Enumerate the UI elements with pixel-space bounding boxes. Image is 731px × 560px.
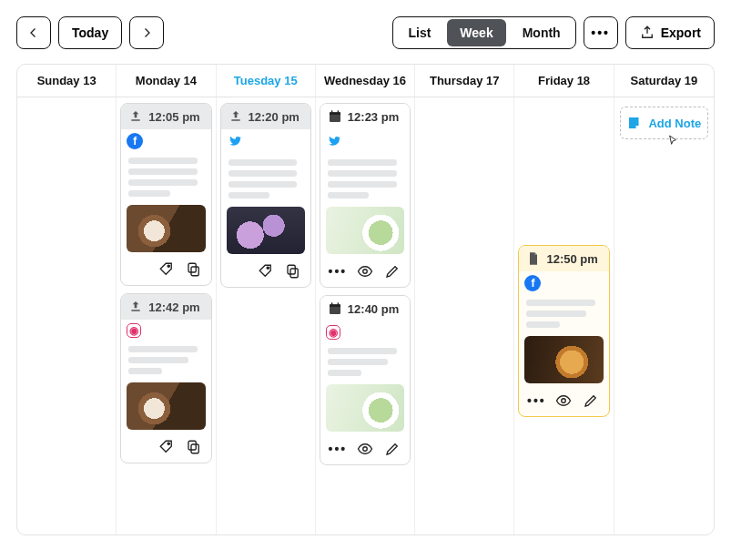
eye-icon[interactable] — [555, 392, 572, 409]
card-head: 12:20 pm — [221, 104, 310, 129]
tag-icon[interactable] — [258, 263, 274, 280]
upload-icon — [128, 109, 143, 124]
day-header-thursday[interactable]: Thursday 17 — [415, 65, 514, 97]
prev-button[interactable] — [16, 16, 51, 49]
view-month[interactable]: Month — [508, 17, 575, 48]
day-header-tuesday[interactable]: Tuesday 15 — [217, 65, 316, 97]
upload-icon — [228, 109, 243, 124]
day-col-wednesday[interactable]: 12:23 pm ••• 12:40 pm ◉ — [316, 97, 415, 535]
card-body-text — [519, 291, 608, 336]
export-icon — [639, 25, 655, 41]
cursor-icon — [665, 134, 680, 151]
svg-point-3 — [168, 443, 169, 444]
day-col-monday[interactable]: 12:05 pm f 12:42 pm ◉ — [117, 97, 216, 535]
card-head: 12:40 pm — [320, 296, 410, 321]
note-icon — [626, 115, 643, 131]
day-header-friday[interactable]: Friday 18 — [514, 65, 614, 97]
card-image — [127, 382, 205, 430]
add-note-button[interactable]: Add Note — [620, 107, 708, 139]
day-col-sunday[interactable] — [17, 97, 117, 535]
card-time: 12:05 pm — [148, 110, 199, 124]
document-icon — [526, 251, 541, 266]
day-col-tuesday[interactable]: 12:20 pm — [217, 97, 316, 535]
card-image — [127, 205, 205, 252]
svg-rect-12 — [338, 110, 339, 113]
svg-rect-15 — [330, 304, 340, 307]
svg-rect-10 — [330, 112, 340, 115]
card-foot: ••• — [320, 260, 410, 287]
svg-rect-11 — [331, 110, 332, 113]
card-head: 12:23 pm — [320, 104, 410, 129]
toolbar-right: List Week Month ••• Export — [392, 16, 715, 49]
day-header: Sunday 13 Monday 14 Tuesday 15 Wednesday… — [17, 65, 714, 97]
card-body-text — [320, 340, 410, 384]
day-header-saturday[interactable]: Saturday 19 — [614, 65, 714, 97]
day-col-saturday[interactable]: Add Note — [614, 97, 714, 535]
card-image — [326, 384, 404, 432]
next-button[interactable] — [129, 16, 164, 49]
svg-rect-5 — [188, 441, 196, 450]
arrow-left-icon — [25, 25, 42, 41]
twitter-icon — [227, 133, 243, 149]
card-image — [326, 207, 404, 254]
post-card[interactable]: 12:23 pm ••• — [320, 103, 411, 288]
eye-icon[interactable] — [357, 263, 373, 280]
pencil-icon[interactable] — [384, 441, 401, 457]
post-card[interactable]: 12:05 pm f — [120, 103, 211, 286]
day-col-thursday[interactable] — [415, 97, 514, 535]
copy-icon[interactable] — [186, 261, 202, 278]
post-card[interactable]: 12:40 pm ◉ ••• — [320, 295, 411, 465]
card-foot: ••• — [320, 437, 410, 464]
day-header-sunday[interactable]: Sunday 13 — [17, 65, 117, 97]
view-week[interactable]: Week — [447, 19, 505, 46]
copy-icon[interactable] — [285, 263, 301, 280]
card-time: 12:42 pm — [148, 300, 199, 314]
view-list[interactable]: List — [393, 17, 445, 48]
post-card[interactable]: 12:42 pm ◉ — [120, 293, 211, 463]
card-body-text — [320, 151, 410, 207]
day-col-friday[interactable]: 12:50 pm f ••• — [514, 97, 614, 535]
add-note-label: Add Note — [648, 117, 701, 130]
export-label: Export — [661, 25, 701, 40]
facebook-icon: f — [127, 133, 143, 149]
more-icon[interactable]: ••• — [330, 441, 346, 457]
card-head: 12:42 pm — [121, 294, 210, 320]
more-icon[interactable]: ••• — [528, 392, 544, 409]
today-button[interactable]: Today — [58, 16, 122, 49]
svg-rect-17 — [338, 302, 339, 305]
eye-icon[interactable] — [357, 441, 373, 457]
tag-icon[interactable] — [158, 261, 175, 278]
card-body-text — [221, 151, 310, 207]
svg-rect-8 — [288, 265, 295, 274]
svg-point-6 — [267, 267, 269, 269]
svg-point-13 — [363, 270, 368, 274]
facebook-icon: f — [524, 275, 541, 291]
day-header-monday[interactable]: Monday 14 — [117, 65, 216, 97]
copy-icon[interactable] — [186, 439, 202, 455]
card-foot — [221, 260, 310, 287]
export-button[interactable]: Export — [625, 16, 715, 49]
instagram-icon: ◉ — [127, 323, 141, 338]
tag-icon[interactable] — [158, 439, 175, 455]
pencil-icon[interactable] — [583, 392, 599, 409]
svg-rect-16 — [331, 302, 332, 305]
svg-point-0 — [168, 265, 169, 267]
pencil-icon[interactable] — [384, 263, 401, 280]
svg-rect-2 — [188, 263, 196, 272]
more-button[interactable]: ••• — [584, 16, 618, 49]
card-head: 12:05 pm — [121, 104, 210, 129]
svg-rect-4 — [191, 444, 198, 453]
day-header-wednesday[interactable]: Wednesday 16 — [316, 65, 415, 97]
card-time: 12:50 pm — [546, 252, 597, 266]
svg-rect-1 — [191, 267, 198, 276]
svg-rect-7 — [290, 269, 298, 278]
view-toggle: List Week Month — [392, 16, 575, 49]
spacer — [518, 103, 609, 238]
card-head: 12:50 pm — [519, 246, 608, 271]
post-card[interactable]: 12:50 pm f ••• — [518, 245, 609, 417]
post-card[interactable]: 12:20 pm — [220, 103, 311, 288]
card-body-text — [121, 338, 210, 382]
more-icon[interactable]: ••• — [330, 263, 346, 280]
card-body-text — [121, 149, 210, 205]
card-image — [524, 336, 603, 383]
